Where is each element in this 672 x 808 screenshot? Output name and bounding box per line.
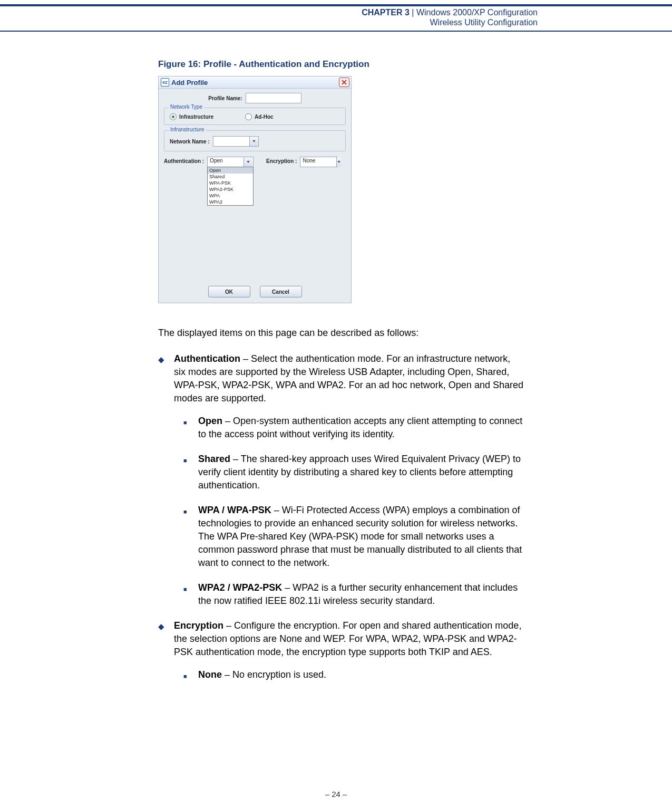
page-header: CHAPTER 3 | Windows 2000/XP Configuratio…: [0, 4, 672, 32]
network-name-value: [213, 137, 249, 146]
list-item: None – No encryption is used.: [183, 668, 524, 681]
app-icon: ez: [161, 78, 169, 86]
term-text: – The shared-key approach uses Wired Equ…: [198, 454, 521, 490]
close-icon: [342, 80, 347, 85]
chevron-down-icon: [249, 137, 258, 146]
list-item: WPA2 / WPA2-PSK – WPA2 is a further secu…: [183, 581, 524, 608]
infra-legend: Infranstructure: [169, 127, 206, 132]
cancel-button[interactable]: Cancel: [260, 286, 302, 297]
radio-dot-icon: [245, 113, 252, 120]
term-text: – Open-system authentication accepts any…: [198, 416, 522, 439]
list-item: WPA / WPA-PSK – Wi-Fi Protected Access (…: [183, 504, 524, 570]
term: Encryption: [174, 620, 223, 631]
header-title-2: Wireless Utility Configuration: [0, 17, 538, 27]
ok-button[interactable]: OK: [208, 286, 250, 297]
add-profile-dialog: ez Add Profile Profile Name: Network Typ…: [158, 76, 352, 303]
term: None: [198, 669, 222, 680]
term: Authentication: [174, 353, 240, 364]
list-item: Shared – The shared-key approach uses Wi…: [183, 453, 524, 492]
auth-option[interactable]: WPA: [208, 193, 253, 199]
list-item: Authentication – Select the authenticati…: [158, 352, 524, 608]
term: Shared: [198, 454, 230, 464]
authentication-dropdown[interactable]: Open Shared WPA-PSK WPA2-PSK WPA WPA2: [207, 167, 254, 206]
radio-adhoc[interactable]: Ad-Hoc: [245, 113, 274, 120]
auth-option[interactable]: WPA2: [208, 199, 253, 205]
authentication-label: Authentication :: [164, 157, 204, 164]
network-name-label: Network Name :: [170, 139, 210, 145]
page-number: – 24 –: [0, 790, 672, 799]
term: WPA / WPA-PSK: [198, 505, 271, 515]
auth-option[interactable]: Open: [208, 167, 253, 174]
dialog-title: Add Profile: [171, 79, 339, 86]
dialog-titlebar: ez Add Profile: [159, 76, 351, 89]
encryption-combo[interactable]: None: [300, 157, 338, 167]
term: WPA2 / WPA2-PSK: [198, 582, 282, 593]
term: Open: [198, 416, 222, 426]
auth-option[interactable]: WPA-PSK: [208, 180, 253, 186]
radio-infra-label: Infrastructure: [179, 114, 213, 120]
profile-name-label: Profile Name:: [208, 95, 242, 101]
term-text: – Configure the encryption. For open and…: [174, 620, 521, 657]
encryption-value: None: [300, 157, 336, 167]
header-sep: |: [410, 8, 416, 17]
authentication-combo[interactable]: Open: [207, 157, 254, 167]
chevron-down-icon: [244, 157, 252, 167]
infrastructure-group: Infranstructure Network Name :: [164, 130, 346, 151]
close-button[interactable]: [339, 78, 349, 87]
radio-infrastructure[interactable]: Infrastructure: [170, 113, 213, 120]
intro-text: The displayed items on this page can be …: [158, 326, 524, 340]
list-item: Open – Open-system authentication accept…: [183, 415, 524, 441]
encryption-label: Encryption :: [266, 157, 297, 164]
chapter-label: CHAPTER 3: [362, 8, 410, 17]
term-text: – No encryption is used.: [222, 669, 326, 680]
auth-option[interactable]: Shared: [208, 174, 253, 180]
list-item: Encryption – Configure the encryption. F…: [158, 619, 524, 681]
figure-caption: Figure 16: Profile - Authentication and …: [158, 59, 524, 70]
auth-option[interactable]: WPA2-PSK: [208, 186, 253, 193]
chevron-down-icon: [336, 157, 341, 167]
radio-dot-icon: [170, 113, 177, 120]
radio-adhoc-label: Ad-Hoc: [255, 114, 274, 120]
network-name-combo[interactable]: [213, 136, 259, 147]
body-text: The displayed items on this page can be …: [158, 326, 524, 681]
authentication-value: Open: [208, 157, 244, 167]
profile-name-input[interactable]: [246, 93, 301, 103]
network-type-legend: Network Type: [169, 104, 204, 110]
network-type-group: Network Type Infrastructure Ad-Hoc: [164, 108, 346, 125]
header-title-1: Windows 2000/XP Configuration: [416, 8, 538, 17]
